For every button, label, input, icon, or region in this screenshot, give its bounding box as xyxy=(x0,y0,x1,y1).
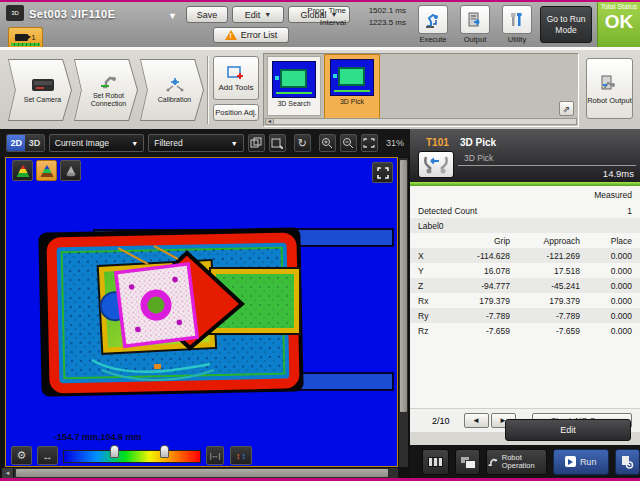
run-button[interactable]: Run xyxy=(553,449,609,475)
edit-menu-button[interactable]: Edit▼ xyxy=(232,6,284,23)
result-panel-header: T101 3D Pick 3D Pick 14.9ms xyxy=(410,129,640,182)
tool-list-scrollbar[interactable]: ◄ xyxy=(265,118,577,125)
refresh-icon: ↻ xyxy=(298,137,307,150)
set-camera-button[interactable]: Set Camera xyxy=(8,59,72,121)
utility-button[interactable]: Utility xyxy=(500,5,534,44)
copy-image-button[interactable] xyxy=(248,134,265,152)
image-log-button[interactable] xyxy=(422,449,449,475)
interval-value: 1223.5 ms xyxy=(354,18,406,27)
refresh-button[interactable]: ↻ xyxy=(294,134,311,152)
add-tools-button[interactable]: Add Tools xyxy=(213,56,259,100)
chevron-down-icon: ▼ xyxy=(231,140,238,147)
prev-result-button[interactable]: ◄ xyxy=(464,413,489,428)
table-header-row: Grip Approach Place xyxy=(410,233,640,248)
divider xyxy=(207,56,208,124)
page-indicator: 2/10 xyxy=(432,416,450,426)
cone-icon xyxy=(65,165,77,177)
zoom-level: 31% xyxy=(386,138,404,148)
fit-view-icon xyxy=(363,138,375,148)
height-color-scale[interactable] xyxy=(63,450,201,463)
table-row-x: X -114.628 -121.269 0.000 xyxy=(410,248,640,263)
chevron-down-icon: ▼ xyxy=(264,11,271,18)
display-settings-button[interactable]: ⚙ xyxy=(11,446,32,465)
range-expand-button[interactable]: ↔ xyxy=(37,446,58,465)
up-down-orange-icon: ↕ xyxy=(236,451,241,461)
height-direction-button[interactable]: ↕ ↕ xyxy=(230,446,252,465)
mode-3d-button[interactable]: 3D xyxy=(25,135,43,151)
mode-2d-button[interactable]: 2D xyxy=(7,135,25,151)
project-dropdown-caret[interactable]: ▼ xyxy=(168,11,177,21)
save-image-button[interactable] xyxy=(269,134,286,152)
height-map-view-button[interactable] xyxy=(12,160,33,181)
title-bar: 3D Set003 JIF110E ▼ Save Edit▼ Global▼ P… xyxy=(0,2,640,47)
depth-image xyxy=(6,158,398,467)
scroll-thumb[interactable] xyxy=(16,469,388,477)
measured-header: Measured xyxy=(410,186,640,203)
scroll-left-button[interactable]: ◄ xyxy=(2,468,13,478)
depth-image-canvas[interactable]: -154.7 mm,104.9 mm ⚙ ↔ |↔| ↕ ↕ xyxy=(5,157,398,467)
set-robot-connection-button[interactable]: Set Robot Connection xyxy=(74,59,138,121)
position-adjust-button[interactable]: Position Adj. xyxy=(213,104,259,121)
divider xyxy=(458,165,636,166)
scroll-thumb[interactable] xyxy=(400,160,407,412)
camera-tab-1[interactable]: 1 xyxy=(8,27,43,47)
fit-range-button[interactable]: |↔| xyxy=(206,446,224,465)
fullscreen-button[interactable] xyxy=(372,162,393,183)
image-source-dropdown[interactable]: Current Image▼ xyxy=(49,134,145,152)
project-name: Set003 JIF110E xyxy=(29,8,116,20)
tool-icon-box xyxy=(418,151,454,178)
detected-count-row: Detected Count 1 xyxy=(410,203,640,218)
film-strip-icon xyxy=(428,457,443,467)
calibration-button[interactable]: Calibration xyxy=(140,59,204,121)
output-button[interactable]: Output xyxy=(458,5,492,44)
cursor-coordinates: -154.7 mm,104.9 mm xyxy=(54,432,142,442)
height-pyramid-icon xyxy=(16,165,30,177)
zoom-out-button[interactable] xyxy=(340,134,357,152)
go-to-run-mode-button[interactable]: Go to Run Mode xyxy=(540,6,592,43)
view-mode-toggle: 2D 3D xyxy=(6,134,45,152)
col-place: Place xyxy=(580,236,632,246)
label-row: Label0 xyxy=(410,218,640,233)
interval-label: Interval xyxy=(300,18,346,27)
error-list-button[interactable]: Error List xyxy=(213,27,289,43)
robot-output-icon xyxy=(599,73,621,93)
calibration-icon xyxy=(163,77,187,93)
prog-time-label: Prog. Time xyxy=(300,6,346,15)
fit-range-icon: |↔| xyxy=(210,452,221,459)
horizontal-scrollbar[interactable] xyxy=(14,468,398,478)
camera-icon xyxy=(15,34,28,41)
chevron-down-icon: ▼ xyxy=(131,140,138,147)
save-button[interactable]: Save xyxy=(186,6,228,23)
tool-id: T101 xyxy=(426,137,449,148)
copy-icon xyxy=(250,137,262,149)
label-name: Label0 xyxy=(418,221,444,231)
robot-operation-button[interactable]: Robot Operation xyxy=(486,449,546,475)
table-row-ry: Ry -7.789 -7.789 0.000 xyxy=(410,308,640,323)
zoom-in-button[interactable] xyxy=(319,134,336,152)
scale-lower-handle[interactable] xyxy=(110,445,119,458)
texture-map-view-button-selected[interactable] xyxy=(36,160,57,181)
tool-ribbon: Set Camera Set Robot Connection xyxy=(0,50,640,129)
tool-card-3d-pick-selected[interactable]: 3D Pick xyxy=(324,54,380,119)
vertical-scrollbar[interactable] xyxy=(399,158,408,467)
robot-icon xyxy=(487,455,497,468)
project-3d-icon: 3D xyxy=(6,5,24,21)
tool-card-3d-search[interactable]: 3D Search xyxy=(267,56,321,116)
doc-gear-icon xyxy=(620,455,634,469)
window-layout-button[interactable] xyxy=(455,449,480,475)
execute-button[interactable]: Execute xyxy=(416,5,450,44)
result-subtitle: 3D Pick xyxy=(464,153,493,163)
detected-count-value: 1 xyxy=(627,206,632,216)
run-settings-button[interactable] xyxy=(615,449,640,475)
robot-output-button[interactable]: Robot Output xyxy=(586,58,633,119)
timing-info: Prog. Time 1502.1 ms Interval 1223.5 ms xyxy=(300,6,406,27)
scroll-left-icon[interactable]: ◄ xyxy=(266,119,274,124)
expand-tool-area-button[interactable]: ⇗ xyxy=(559,101,574,116)
edit-button[interactable]: Edit xyxy=(505,419,631,441)
fit-view-button[interactable] xyxy=(361,134,378,152)
gray-view-button[interactable] xyxy=(60,160,81,181)
scale-upper-handle[interactable] xyxy=(160,445,169,458)
filter-dropdown[interactable]: Filtered▼ xyxy=(148,134,244,152)
total-status-badge: Total Status OK xyxy=(597,2,640,47)
viewer-toolbar: 2D 3D Current Image▼ Filtered▼ ↻ xyxy=(0,129,410,157)
